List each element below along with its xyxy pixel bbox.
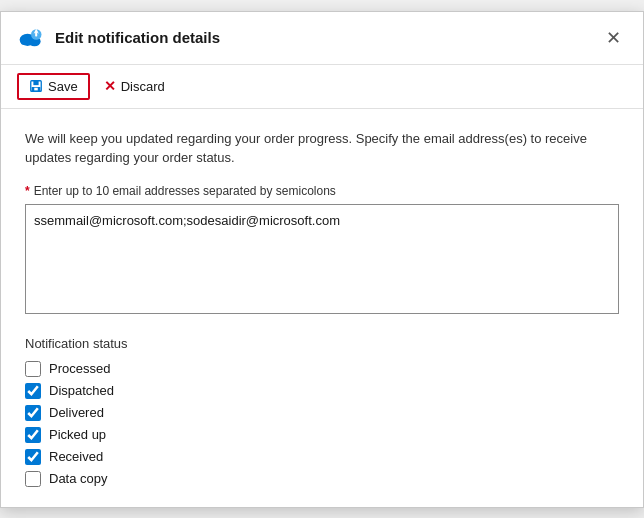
svg-rect-8	[33, 81, 38, 85]
svg-point-2	[21, 38, 30, 45]
dialog-header: Edit notification details ✕	[1, 12, 643, 65]
save-label: Save	[48, 79, 78, 94]
svg-rect-10	[34, 88, 38, 91]
checkbox-received[interactable]	[25, 449, 41, 465]
dialog-body: We will keep you updated regarding your …	[1, 109, 643, 507]
notification-status-heading: Notification status	[25, 336, 619, 351]
description-text: We will keep you updated regarding your …	[25, 129, 619, 168]
cloud-upload-icon	[17, 24, 45, 52]
checkbox-processed[interactable]	[25, 361, 41, 377]
discard-label: Discard	[121, 79, 165, 94]
checkbox-delivered[interactable]	[25, 405, 41, 421]
dialog-title: Edit notification details	[55, 29, 220, 46]
checkbox-label-picked-up: Picked up	[49, 427, 106, 442]
checkbox-item-dispatched: Dispatched	[25, 383, 619, 399]
save-icon	[29, 79, 43, 93]
edit-notification-dialog: Edit notification details ✕ Save ✕ Disca…	[0, 11, 644, 508]
checkbox-list: ProcessedDispatchedDeliveredPicked upRec…	[25, 361, 619, 487]
checkbox-label-delivered: Delivered	[49, 405, 104, 420]
email-field-label: * Enter up to 10 email addresses separat…	[25, 184, 619, 198]
discard-icon: ✕	[104, 78, 116, 94]
required-indicator: *	[25, 184, 30, 198]
checkbox-label-processed: Processed	[49, 361, 110, 376]
checkbox-item-received: Received	[25, 449, 619, 465]
toolbar: Save ✕ Discard	[1, 65, 643, 109]
checkbox-label-dispatched: Dispatched	[49, 383, 114, 398]
checkbox-item-delivered: Delivered	[25, 405, 619, 421]
title-group: Edit notification details	[17, 24, 220, 52]
discard-button[interactable]: ✕ Discard	[94, 74, 175, 98]
checkbox-dispatched[interactable]	[25, 383, 41, 399]
save-button[interactable]: Save	[17, 73, 90, 100]
checkbox-item-processed: Processed	[25, 361, 619, 377]
close-button[interactable]: ✕	[600, 27, 627, 49]
checkbox-picked-up[interactable]	[25, 427, 41, 443]
checkbox-label-received: Received	[49, 449, 103, 464]
checkbox-data-copy[interactable]	[25, 471, 41, 487]
checkbox-label-data-copy: Data copy	[49, 471, 108, 486]
checkbox-item-picked-up: Picked up	[25, 427, 619, 443]
email-input[interactable]	[25, 204, 619, 314]
checkbox-item-data-copy: Data copy	[25, 471, 619, 487]
